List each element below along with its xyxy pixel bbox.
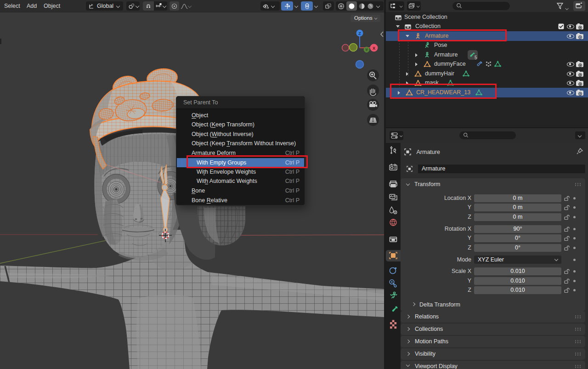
- svg-text:Z: Z: [358, 31, 361, 36]
- svg-text:X: X: [373, 46, 375, 51]
- svg-text:Y: Y: [366, 48, 368, 51]
